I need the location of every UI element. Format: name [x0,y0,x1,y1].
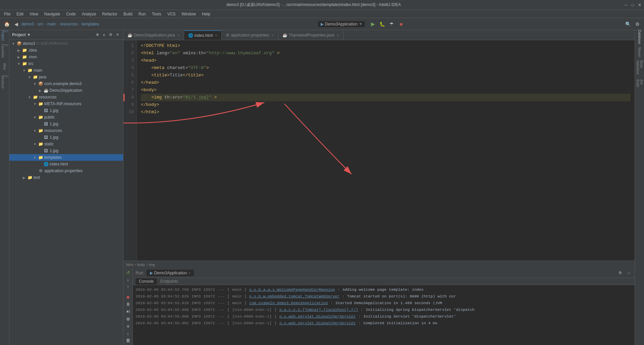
menu-view[interactable]: View [27,11,41,17]
menu-help[interactable]: Help [199,11,213,17]
run-stop-btn[interactable]: ■ [124,294,132,300]
tree-item-1jpg-static[interactable]: ▶ 🖼 1.jpg [9,147,123,154]
menu-window[interactable]: Window [179,11,199,17]
tree-item-1jpg-meta[interactable]: ▶ 🖼 1.jpg [9,107,123,114]
log-class-link[interactable]: o.a.c.c.C.[Tomcat].[localhost].[/] [279,306,358,313]
tab-close-icon[interactable]: ✕ [215,33,217,37]
tab-console[interactable]: Console [136,278,157,285]
run-settings-btn[interactable]: ⊕ [124,316,132,322]
console-content[interactable]: 2019-02-05 03:04:52.759 INFO 15972 --- [… [133,285,635,345]
tab-index-html[interactable]: 🌐 index.html ✕ [184,30,222,40]
left-icon-structure[interactable]: Z-Structure [0,78,9,86]
tree-item-idea[interactable]: ▶ 📁 .idea [9,47,123,54]
code-line-4: <meta charset="UTF-8"> [141,64,631,72]
tree-item-java[interactable]: ▼ 📁 java [9,74,123,80]
run-tab-demo3app[interactable]: ▶ Demo3Application ✕ [147,270,194,276]
tab-close-icon[interactable]: ✕ [271,33,274,37]
tree-item-test[interactable]: ▶ 📁 test [9,174,123,181]
left-icon-project[interactable]: 1: Project [0,31,9,40]
run-resume-btn[interactable]: ⏯ [124,308,132,315]
tree-label: application.properties [44,168,83,173]
log-line-6: 2019-02-05 03:04:55.902 INFO 15972 --- [… [136,320,632,327]
toolbar-run-btn[interactable]: ▶ [369,20,377,28]
sidebar-settings-btn[interactable]: ⚙ [108,32,114,38]
right-icon-database[interactable]: Database [637,33,642,41]
tree-item-package[interactable]: ▼ 📦 com.example.demo3 [9,80,123,87]
toolbar-settings-btn[interactable]: ⚙ [633,20,641,28]
editor[interactable]: 1 2 3 4 5 6 7 8 9 10 <!DOCTYPE html> <ht… [123,40,635,261]
toolbar-project-btn[interactable]: 🏠 [3,20,11,28]
toolbar-search-btn[interactable]: 🔍 [624,20,632,28]
run-gear-btn[interactable]: ⚙ [617,270,623,276]
breadcrumb-src[interactable]: src [38,22,43,26]
left-icon-favorites[interactable]: 2: Favorites [0,47,9,55]
menu-analyze[interactable]: Analyze [79,11,99,17]
run-clear-btn[interactable]: 🗑 [124,337,132,344]
log-class-link[interactable]: o.s.web.servlet.DispatcherServlet [279,313,356,320]
tree-item-demo3app[interactable]: ▶ ☕ Demo3Application [9,87,123,94]
menu-build[interactable]: Build [121,11,135,17]
tab-close-icon[interactable]: ✕ [177,33,180,37]
run-scroll-btn[interactable]: ↓ [124,330,132,336]
tree-item-1jpg-resources[interactable]: ▶ 🖼 1.jpg [9,134,123,141]
toolbar-coverage-btn[interactable]: ☂ [388,20,396,28]
menu-navigate[interactable]: Navigate [42,11,63,17]
menu-edit[interactable]: Edit [14,11,26,17]
run-up-btn[interactable]: ↑ [124,284,132,290]
menu-code[interactable]: Code [63,11,78,17]
menu-file[interactable]: File [1,11,13,17]
right-icon-bean[interactable]: Bean Validation [635,64,644,72]
close-button[interactable]: ✕ [638,3,641,7]
sidebar-close-btn[interactable]: ✕ [114,32,120,38]
minimize-button[interactable]: ─ [625,3,628,7]
run-minimize-btn[interactable]: ─ [626,270,632,276]
tab-app-props[interactable]: ⚙ application.properties ✕ [222,30,278,40]
breadcrumb-templates[interactable]: templates [82,22,99,26]
breadcrumb-main[interactable]: main [47,22,56,26]
log-class-link[interactable]: com.example.demo3.Demo3Application [249,300,328,306]
breadcrumb-demo3[interactable]: demo3 [21,22,34,26]
run-restart-btn[interactable]: ↺ [124,269,132,276]
tree-item-app-props[interactable]: ▶ ⚙ application.properties [9,167,123,174]
tree-item-public[interactable]: ▼ 📁 public [9,114,123,121]
tree-item-resources2[interactable]: ▼ 📁 resources [9,127,123,134]
tree-item-mvn[interactable]: ▶ 📁 .mvn [9,54,123,60]
menu-vcs[interactable]: VCS [165,11,178,17]
log-class-link[interactable]: o.s.b.a.w.s.WelcomePageHandlerMapping [249,286,335,293]
left-icon-web[interactable]: Web [2,62,7,70]
breadcrumb-resources[interactable]: resources [60,22,78,26]
tab-thymeleaf[interactable]: ☕ ThymeleafProperties.java ✕ [278,30,343,40]
error-indicator [123,94,125,101]
tree-item-1jpg-public[interactable]: ▶ 🖼 1.jpg [9,121,123,127]
tree-item-index-html[interactable]: ▶ 🌐 index.html [9,161,123,167]
run-down-btn[interactable]: ↓ [124,276,132,283]
run-close-icon[interactable]: ✕ [188,271,191,275]
toolbar-stop-btn[interactable]: ■ [397,20,405,28]
menu-run[interactable]: Run [136,11,149,17]
maximize-button[interactable]: □ [632,3,634,7]
tab-close-icon[interactable]: ✕ [336,33,339,37]
tree-item-meta-inf[interactable]: ▼ 📁 META-INF.resources [9,100,123,107]
menu-tools[interactable]: Tools [149,11,164,17]
toolbar-back-btn[interactable]: ◀ [12,20,20,28]
log-class-link[interactable]: o.s.b.w.embedded.tomcat.TomcatWebServer [249,293,339,300]
tree-item-templates[interactable]: ▼ 📁 templates [9,154,123,161]
sidebar-collapse-btn[interactable]: ≡ [101,32,107,38]
log-class-link[interactable]: o.s.web.servlet.DispatcherServlet [279,320,356,327]
right-icon-maven[interactable]: Maven [637,48,642,56]
toolbar-debug-btn[interactable]: 🐛 [378,20,386,28]
right-icon-ant[interactable]: Ant Build [635,79,644,87]
menu-refactor[interactable]: Refactor [100,11,120,17]
tree-item-static[interactable]: ▼ 📁 static [9,141,123,147]
tree-item-main[interactable]: ▼ 📁 main [9,67,123,74]
run-filter-btn[interactable]: ≡ [124,323,132,329]
tree-item-resources[interactable]: ▼ 📁 resources [9,94,123,100]
tab-demo3app[interactable]: ☕ Demo3Application.java ✕ [123,30,184,40]
tab-endpoints[interactable]: Endpoints [157,278,181,285]
tree-item-src[interactable]: ▼ 📁 src [9,60,123,67]
run-pause-btn[interactable]: ⏸ [124,301,132,307]
breadcrumb-img: img [149,263,155,267]
sidebar-sync-btn[interactable]: ⊕ [94,32,100,38]
code-content[interactable]: <!DOCTYPE html> <html lang="en" xmlns:th… [137,40,635,261]
tree-item-root[interactable]: ▼ 📦 demo3 G:\桌面\JAVA\demo3 [9,40,123,47]
